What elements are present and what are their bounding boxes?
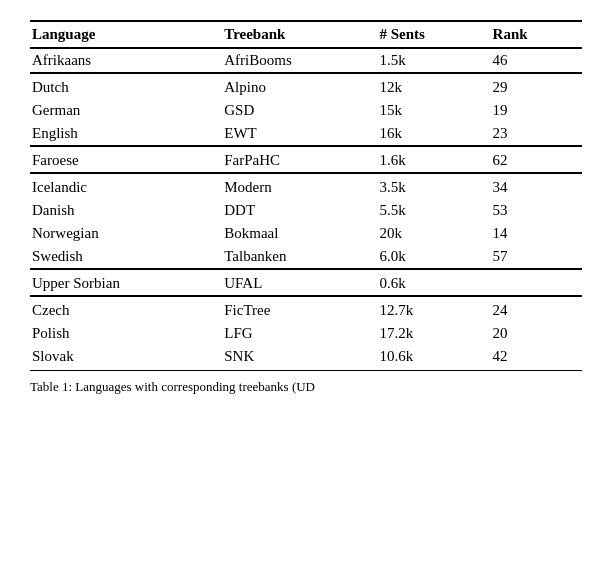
table-container: Language Treebank # Sents Rank Afrikaans…	[30, 20, 582, 395]
cell-sents: 3.5k	[375, 173, 488, 199]
cell-sents: 1.6k	[375, 146, 488, 173]
cell-rank: 53	[489, 199, 582, 222]
cell-treebank: FicTree	[220, 296, 375, 322]
table-row: SlovakSNK10.6k42	[30, 345, 582, 371]
table-row: FaroeseFarPaHC1.6k62	[30, 146, 582, 173]
cell-language: Danish	[30, 199, 220, 222]
cell-sents: 12k	[375, 73, 488, 99]
cell-sents: 0.6k	[375, 269, 488, 296]
cell-language: Icelandic	[30, 173, 220, 199]
table-row: NorwegianBokmaal20k14	[30, 222, 582, 245]
cell-language: Norwegian	[30, 222, 220, 245]
cell-language: Czech	[30, 296, 220, 322]
cell-language: English	[30, 122, 220, 146]
cell-treebank: UFAL	[220, 269, 375, 296]
cell-rank: 29	[489, 73, 582, 99]
table-row: DutchAlpino12k29	[30, 73, 582, 99]
cell-rank: 42	[489, 345, 582, 371]
col-header-language: Language	[30, 21, 220, 48]
table-row: GermanGSD15k19	[30, 99, 582, 122]
table-row: EnglishEWT16k23	[30, 122, 582, 146]
data-table: Language Treebank # Sents Rank Afrikaans…	[30, 20, 582, 371]
cell-sents: 5.5k	[375, 199, 488, 222]
cell-rank: 46	[489, 48, 582, 73]
cell-treebank: Bokmaal	[220, 222, 375, 245]
table-row: Upper SorbianUFAL0.6k	[30, 269, 582, 296]
col-header-sents: # Sents	[375, 21, 488, 48]
col-header-rank: Rank	[489, 21, 582, 48]
cell-treebank: DDT	[220, 199, 375, 222]
cell-sents: 10.6k	[375, 345, 488, 371]
cell-rank: 20	[489, 322, 582, 345]
cell-treebank: Alpino	[220, 73, 375, 99]
cell-rank: 19	[489, 99, 582, 122]
cell-language: Slovak	[30, 345, 220, 371]
cell-treebank: EWT	[220, 122, 375, 146]
cell-treebank: FarPaHC	[220, 146, 375, 173]
table-row: DanishDDT5.5k53	[30, 199, 582, 222]
cell-language: Faroese	[30, 146, 220, 173]
cell-rank: 23	[489, 122, 582, 146]
cell-language: German	[30, 99, 220, 122]
cell-treebank: Modern	[220, 173, 375, 199]
cell-language: Swedish	[30, 245, 220, 269]
cell-sents: 12.7k	[375, 296, 488, 322]
cell-language: Afrikaans	[30, 48, 220, 73]
table-row: SwedishTalbanken6.0k57	[30, 245, 582, 269]
cell-sents: 15k	[375, 99, 488, 122]
table-row: CzechFicTree12.7k24	[30, 296, 582, 322]
table-caption: Table 1: Languages with corresponding tr…	[30, 379, 582, 395]
cell-rank	[489, 269, 582, 296]
cell-treebank: SNK	[220, 345, 375, 371]
cell-treebank: GSD	[220, 99, 375, 122]
col-header-treebank: Treebank	[220, 21, 375, 48]
table-row: IcelandicModern3.5k34	[30, 173, 582, 199]
cell-sents: 20k	[375, 222, 488, 245]
cell-sents: 1.5k	[375, 48, 488, 73]
cell-language: Dutch	[30, 73, 220, 99]
cell-treebank: Talbanken	[220, 245, 375, 269]
table-row: PolishLFG17.2k20	[30, 322, 582, 345]
cell-rank: 34	[489, 173, 582, 199]
cell-rank: 14	[489, 222, 582, 245]
cell-language: Polish	[30, 322, 220, 345]
cell-rank: 24	[489, 296, 582, 322]
cell-treebank: AfriBooms	[220, 48, 375, 73]
cell-treebank: LFG	[220, 322, 375, 345]
cell-sents: 6.0k	[375, 245, 488, 269]
cell-sents: 17.2k	[375, 322, 488, 345]
cell-language: Upper Sorbian	[30, 269, 220, 296]
cell-rank: 57	[489, 245, 582, 269]
table-row: AfrikaansAfriBooms1.5k46	[30, 48, 582, 73]
cell-sents: 16k	[375, 122, 488, 146]
cell-rank: 62	[489, 146, 582, 173]
table-header-row: Language Treebank # Sents Rank	[30, 21, 582, 48]
